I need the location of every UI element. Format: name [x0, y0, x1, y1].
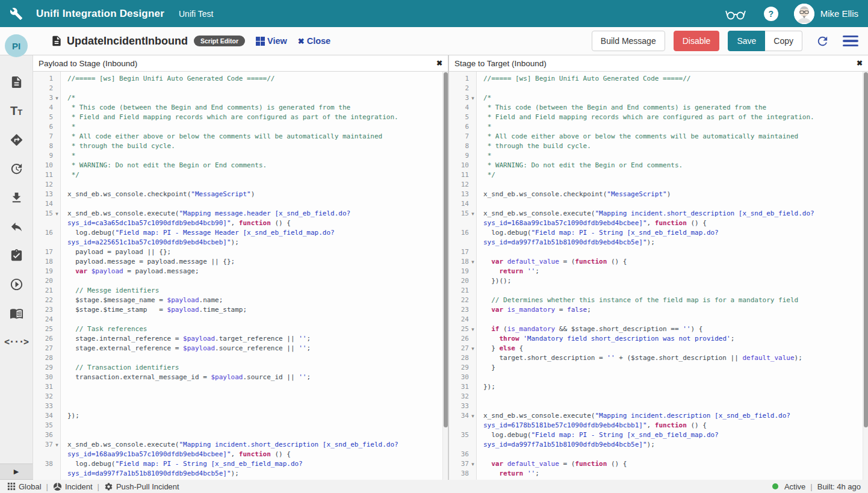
code-line: 20 })(); [449, 276, 861, 286]
panel-close-icon[interactable]: ✖ [436, 60, 442, 67]
fold-gutter [469, 276, 477, 286]
top-navigation-bar: Unifi Integration Designer Unifi Test ? … [0, 0, 868, 27]
left-sidebar: TT <···> [0, 55, 33, 479]
fold-arrow-icon[interactable]: ▾ [469, 257, 477, 267]
line-number: 5 [449, 113, 469, 122]
code-text [61, 382, 441, 392]
sidebar-item-text-format[interactable]: TT [0, 96, 33, 125]
line-number: 31 [33, 382, 53, 392]
vertical-scrollbar[interactable] [442, 72, 448, 480]
code-line: 14 [33, 199, 441, 209]
code-text: * through the build cycle. [61, 141, 441, 151]
line-number: 16 [449, 228, 469, 247]
build-message-button[interactable]: Build Message [592, 31, 665, 51]
sidebar-item-reply[interactable] [0, 212, 33, 241]
code-editor[interactable]: 1//===== [ws] Begin Unifi Auto Generated… [33, 72, 448, 480]
line-number: 27 [33, 344, 53, 353]
code-text: } else { [477, 344, 861, 353]
fold-arrow-icon[interactable]: ▾ [469, 324, 477, 334]
code-line: 18 payload.message = payload.message || … [33, 257, 441, 267]
line-number: 33 [33, 402, 53, 411]
code-line: 1//===== [ws] Begin Unifi Auto Generated… [449, 74, 861, 84]
code-text: * [61, 151, 441, 161]
code-text: stage.external_reference = $payload.sour… [61, 344, 441, 353]
fold-gutter [53, 170, 61, 180]
code-text [477, 450, 861, 459]
close-button[interactable]: ✖ Close [298, 36, 330, 46]
fold-gutter [53, 228, 61, 247]
fold-gutter [469, 430, 477, 450]
code-editor[interactable]: 1//===== [ws] Begin Unifi Auto Generated… [449, 72, 868, 480]
code-text [477, 180, 861, 190]
incident-icon [53, 482, 62, 491]
line-number: 7 [449, 132, 469, 141]
code-text: * This code (between the Begin and End c… [61, 103, 441, 113]
code-line: 22 // Determines whether this instance o… [449, 296, 861, 305]
sidebar-item-directions[interactable] [0, 125, 33, 154]
line-number: 21 [449, 286, 469, 296]
environment-name[interactable]: Unifi Test [179, 9, 213, 19]
menu-icon [843, 36, 858, 46]
user-avatar[interactable] [794, 4, 814, 24]
fold-gutter [469, 199, 477, 209]
fold-gutter [469, 228, 477, 247]
code-line: 28 target.short_description = '' + ($sta… [449, 353, 861, 363]
code-text: x_snd_eb.ws_console.execute("Mapping inc… [477, 411, 861, 430]
code-text: * Field and Field mapping records which … [477, 113, 861, 122]
line-number: 16 [33, 228, 53, 247]
line-number: 26 [33, 334, 53, 344]
integration-avatar[interactable]: PI [5, 34, 28, 57]
fold-arrow-icon[interactable]: ▾ [469, 459, 477, 469]
save-button[interactable]: Save [728, 31, 765, 51]
sidebar-item-update[interactable] [0, 154, 33, 183]
sidebar-expand-button[interactable]: ▶ [0, 464, 33, 479]
line-number: 29 [33, 363, 53, 373]
sidebar-item-download[interactable] [0, 183, 33, 212]
fold-gutter [469, 103, 477, 113]
fold-arrow-icon[interactable]: ▾ [469, 411, 477, 430]
code-text: var $payload = payload.message; [61, 267, 441, 276]
line-number: 33 [449, 402, 469, 411]
code-text: // Task references [61, 324, 441, 334]
status-bar: Global | Incident | Push-Pull Incident A… [0, 479, 868, 493]
glasses-icon[interactable] [725, 7, 746, 20]
sidebar-item-document[interactable] [0, 67, 33, 96]
code-line: 32 [33, 392, 441, 402]
code-text [477, 392, 861, 402]
fold-arrow-icon[interactable]: ▾ [53, 209, 61, 228]
fold-gutter [53, 296, 61, 305]
fold-arrow-icon[interactable]: ▾ [469, 93, 477, 103]
view-button[interactable]: View [256, 36, 287, 46]
breadcrumb-incident[interactable]: Incident [53, 482, 93, 491]
panel-close-icon[interactable]: ✖ [857, 60, 863, 67]
refresh-button[interactable] [816, 34, 829, 48]
sidebar-item-run[interactable] [0, 270, 33, 299]
breadcrumb-integration[interactable]: Push-Pull Incident [104, 482, 179, 491]
code-text: $stage.$time_stamp = $payload.time_stamp… [61, 305, 441, 315]
code-line: 29 } [449, 363, 861, 373]
sidebar-item-docs[interactable] [0, 299, 33, 327]
fold-arrow-icon[interactable]: ▾ [53, 93, 61, 103]
fold-arrow-icon[interactable]: ▾ [469, 209, 477, 228]
scrollbar-thumb[interactable] [864, 72, 868, 427]
disable-button[interactable]: Disable [674, 31, 720, 51]
fold-arrow-icon[interactable]: ▾ [469, 344, 477, 353]
code-text: log.debug("Field map: PI - String [x_snd… [477, 430, 861, 450]
user-name[interactable]: Mike Ellis [820, 8, 858, 19]
vertical-scrollbar[interactable] [863, 72, 868, 480]
copy-button[interactable]: Copy [765, 31, 802, 51]
sidebar-item-code[interactable]: <···> [0, 327, 33, 356]
line-number: 11 [449, 170, 469, 180]
code-text: * [61, 122, 441, 132]
scope-global[interactable]: Global [7, 482, 42, 491]
panel-header: Stage to Target (Inbound) ✖ [449, 55, 868, 72]
code-text [61, 353, 441, 363]
fold-arrow-icon[interactable]: ▾ [53, 440, 61, 459]
sidebar-item-tasks[interactable] [0, 241, 33, 270]
code-line: 36 [33, 430, 441, 440]
help-icon[interactable]: ? [764, 7, 778, 21]
line-number: 28 [33, 353, 53, 363]
menu-button[interactable] [843, 36, 858, 46]
status-active: Active [772, 482, 805, 491]
scrollbar-thumb[interactable] [444, 72, 448, 427]
